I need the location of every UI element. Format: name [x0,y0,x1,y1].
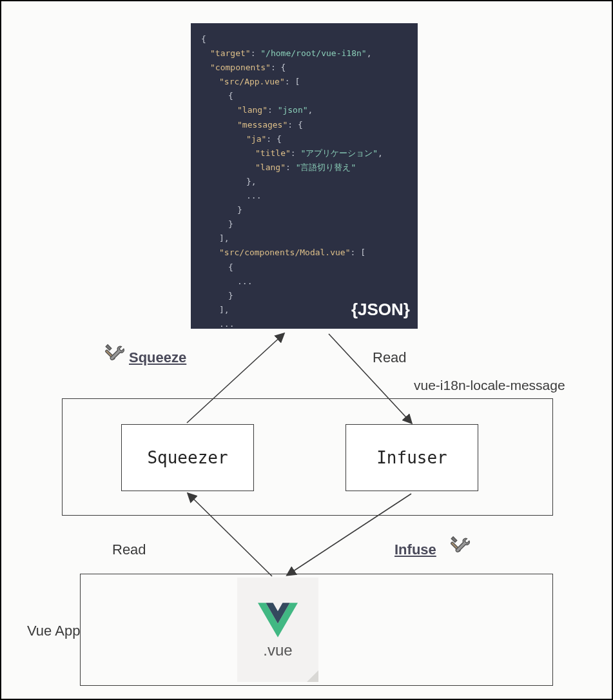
json-key-ja: "ja" [246,134,266,144]
read-top-label: Read [373,349,407,366]
vue-logo-icon [258,603,298,637]
vue-file: .vue [237,578,318,682]
json-key-title: "title" [255,148,291,158]
squeezer-box: Squeezer [121,424,254,491]
read-bottom-label: Read [112,541,146,558]
hammer-wrench-icon [103,343,125,365]
json-key-lang: "lang" [237,105,268,115]
vue-file-ext: .vue [263,641,292,659]
json-key-target: "target" [210,48,251,58]
squeezer-label: Squeezer [147,448,228,467]
json-val-langfield: "言語切り替え" [296,162,356,172]
package-name-label: vue-i18n-locale-message [414,378,565,393]
infuse-label: Infuse [394,541,436,558]
json-code-block: { "target": "/home/root/vue-i18n", "comp… [191,23,418,329]
json-val-title: "アプリケーション" [300,148,378,158]
json-overlay-label: {JSON} [351,295,410,324]
json-key-langfield: "lang" [255,162,286,172]
infuser-box: Infuser [345,424,478,491]
json-val-target: "/home/root/vue-i18n" [260,48,366,58]
hammer-wrench-icon [449,535,471,557]
json-val-lang: "json" [278,105,308,115]
diagram-canvas: { "target": "/home/root/vue-i18n", "comp… [0,0,613,700]
json-key-messages: "messages" [237,120,287,130]
vue-app-label: Vue App [27,623,80,639]
json-key-src-app: "src/App.vue" [219,77,285,86]
json-ellipsis: ... [201,189,407,203]
json-key-src-modal: "src/components/Modal.vue" [219,248,351,257]
json-ellipsis-2: ... [201,275,407,289]
squeeze-label: Squeeze [129,349,186,366]
infuser-label: Infuser [376,448,447,467]
json-key-components: "components" [210,63,271,72]
